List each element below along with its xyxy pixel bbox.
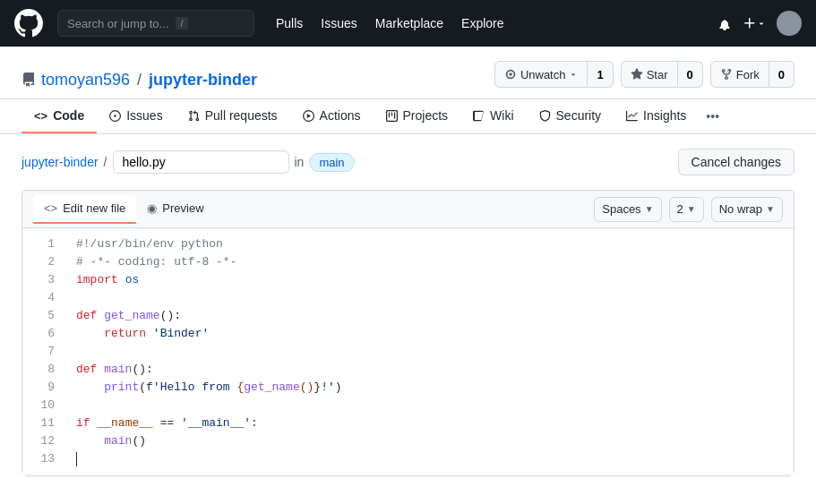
insights-icon — [626, 110, 638, 122]
cancel-changes-button[interactable]: Cancel changes — [678, 149, 795, 175]
breadcrumb-bar: jupyter-binder / in main Cancel changes — [0, 134, 816, 190]
tab-pullrequests[interactable]: Pull requests — [176, 99, 290, 133]
tab-security[interactable]: Security — [527, 99, 614, 133]
code-content[interactable]: #!/usr/bin/env python # -*- coding: utf-… — [65, 235, 794, 468]
create-new-button[interactable] — [743, 16, 766, 30]
star-button[interactable]: Star — [621, 61, 678, 88]
code-line-6: return 'Binder' — [76, 325, 783, 343]
repo-name-link[interactable]: jupyter-binder — [149, 71, 257, 90]
star-group: Star 0 — [621, 61, 703, 88]
tab-edit-file[interactable]: <> Edit new file — [33, 194, 136, 224]
code-line-12: main() — [76, 432, 783, 450]
editor-toolbar: Spaces ▼ 2 ▼ No wrap ▼ — [594, 197, 783, 222]
ln-7: 7 — [37, 343, 55, 361]
fork-group: Fork 0 — [710, 61, 795, 88]
repo-owner-link[interactable]: tomoyan596 — [41, 71, 130, 90]
spaces-select[interactable]: Spaces ▼ — [594, 197, 661, 222]
preview-icon: ◉ — [147, 201, 157, 215]
edit-tab-label: Edit new file — [63, 201, 125, 215]
ln-3: 3 — [37, 271, 55, 289]
code-line-11: if __name__ == '__main__': — [76, 414, 783, 432]
breadcrumb-in-label: in — [295, 155, 305, 169]
code-line-3: import os — [76, 271, 783, 289]
more-tabs-button[interactable]: ••• — [699, 100, 726, 132]
code-line-8: def main(): — [76, 361, 783, 379]
editor-tabs: <> Edit new file ◉ Preview Spaces ▼ 2 ▼ … — [22, 191, 794, 228]
code-line-2: # -*- coding: utf-8 -*- — [76, 253, 783, 271]
code-line-4 — [76, 289, 783, 307]
ln-9: 9 — [37, 379, 55, 397]
tab-wiki-label: Wiki — [490, 108, 513, 123]
notifications-button[interactable] — [717, 16, 732, 30]
star-count[interactable]: 0 — [678, 61, 703, 88]
nav-issues[interactable]: Issues — [321, 16, 356, 30]
branch-badge: main — [309, 153, 354, 172]
spaces-chevron-icon: ▼ — [645, 204, 654, 214]
editor-container: <> Edit new file ◉ Preview Spaces ▼ 2 ▼ … — [21, 190, 795, 476]
actions-icon — [303, 110, 314, 122]
tab-issues[interactable]: Issues — [97, 99, 175, 133]
nav-pulls[interactable]: Pulls — [276, 16, 303, 30]
unwatch-count[interactable]: 1 — [588, 61, 613, 88]
code-icon: <> — [34, 109, 47, 123]
breadcrumb-sep: / — [104, 155, 107, 169]
fork-button[interactable]: Fork — [710, 61, 769, 88]
code-line-9: print(f'Hello from {get_name()}!') — [76, 379, 783, 397]
edit-icon: <> — [44, 201, 57, 215]
tab-actions[interactable]: Actions — [290, 99, 374, 133]
wrap-chevron-icon: ▼ — [766, 204, 775, 214]
breadcrumb-repo-link[interactable]: jupyter-binder — [21, 155, 99, 169]
svg-point-0 — [785, 15, 795, 25]
code-line-1: #!/usr/bin/env python — [76, 235, 783, 253]
indent-select[interactable]: 2 ▼ — [669, 197, 704, 222]
tab-insights[interactable]: Insights — [614, 99, 699, 133]
ln-11: 11 — [37, 414, 55, 432]
line-numbers: 1 2 3 4 5 6 7 8 9 10 11 12 13 — [22, 235, 65, 468]
github-logo[interactable] — [14, 9, 43, 38]
nav-marketplace[interactable]: Marketplace — [375, 16, 443, 30]
wiki-icon — [473, 110, 485, 122]
ln-13: 13 — [37, 450, 55, 468]
main-header: Search or jump to... / Pulls Issues Mark… — [0, 0, 816, 47]
wrap-select[interactable]: No wrap ▼ — [711, 197, 783, 222]
tab-preview[interactable]: ◉ Preview — [136, 194, 214, 224]
user-avatar[interactable] — [777, 11, 802, 36]
tab-code-label: Code — [53, 108, 84, 123]
tab-projects-label: Projects — [403, 108, 449, 123]
nav-explore[interactable]: Explore — [461, 16, 503, 30]
code-editor[interactable]: 1 2 3 4 5 6 7 8 9 10 11 12 13 #!/usr/bin… — [22, 228, 794, 475]
ln-2: 2 — [37, 253, 55, 271]
search-input[interactable]: Search or jump to... / — [57, 10, 254, 37]
unwatch-button[interactable]: Unwatch — [494, 61, 588, 88]
ln-6: 6 — [37, 325, 55, 343]
code-line-10 — [76, 397, 783, 414]
tab-wiki[interactable]: Wiki — [460, 99, 526, 133]
code-line-5: def get_name(): — [76, 307, 783, 325]
ln-5: 5 — [37, 307, 55, 325]
fork-count[interactable]: 0 — [769, 61, 795, 88]
header-actions — [717, 11, 802, 36]
fork-label: Fork — [736, 68, 760, 81]
ln-8: 8 — [37, 361, 55, 379]
issues-icon — [109, 110, 121, 122]
search-slash-icon: / — [176, 17, 187, 30]
ln-12: 12 — [37, 432, 55, 450]
security-icon — [539, 110, 551, 122]
tab-code[interactable]: <> Code — [21, 99, 97, 133]
repo-actions: Unwatch 1 Star 0 Fork 0 — [494, 61, 795, 88]
star-label: Star — [647, 68, 668, 81]
search-placeholder: Search or jump to... — [67, 17, 168, 30]
tab-security-label: Security — [556, 108, 602, 123]
projects-icon — [386, 110, 398, 122]
tab-issues-label: Issues — [126, 108, 162, 123]
tab-actions-label: Actions — [320, 108, 361, 123]
unwatch-label: Unwatch — [520, 68, 566, 81]
breadcrumb: jupyter-binder / in main — [21, 150, 355, 174]
indent-chevron-icon: ▼ — [687, 204, 696, 214]
tab-insights-label: Insights — [643, 108, 686, 123]
filename-input[interactable] — [113, 150, 289, 174]
repo-header: tomoyan596 / jupyter-binder Unwatch 1 St… — [0, 47, 816, 99]
ln-10: 10 — [37, 397, 55, 414]
tab-projects[interactable]: Projects — [374, 99, 461, 133]
repo-sep: / — [137, 71, 142, 90]
